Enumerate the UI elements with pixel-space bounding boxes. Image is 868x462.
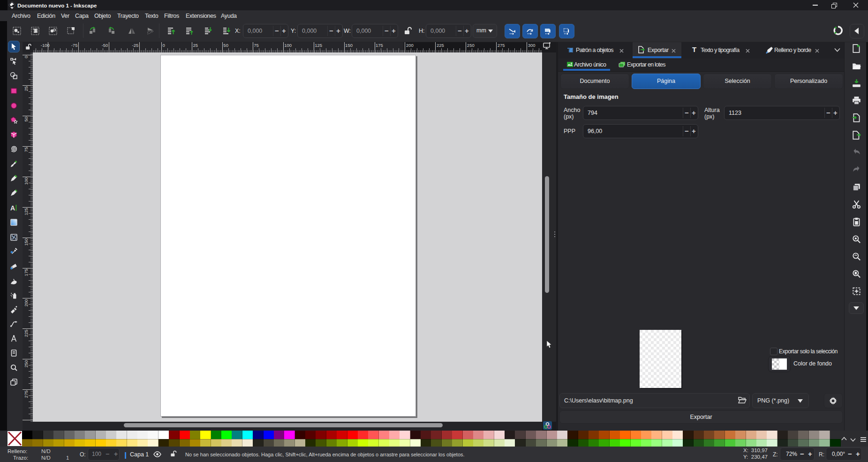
svg-text:A: A	[10, 204, 15, 212]
